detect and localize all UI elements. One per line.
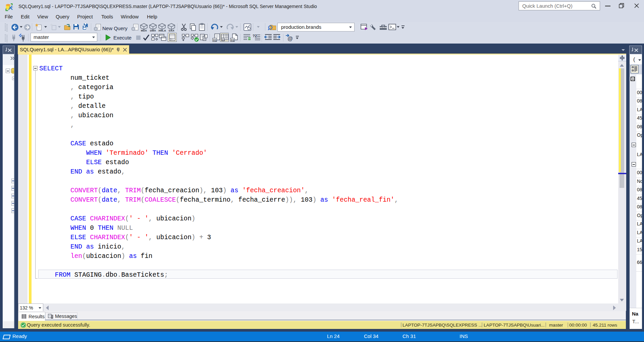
svg-text:01: 01 — [222, 39, 225, 42]
svg-text:?2: ?2 — [253, 34, 257, 38]
svg-text:MDX: MDX — [141, 29, 147, 32]
svg-text:01: 01 — [213, 39, 217, 42]
svg-text:@: @ — [287, 36, 293, 42]
svg-text:DMX: DMX — [150, 29, 156, 32]
svg-text:DAX: DAX — [169, 29, 175, 32]
svg-text:01: 01 — [231, 39, 234, 42]
svg-text:XMLA: XMLA — [158, 29, 166, 32]
